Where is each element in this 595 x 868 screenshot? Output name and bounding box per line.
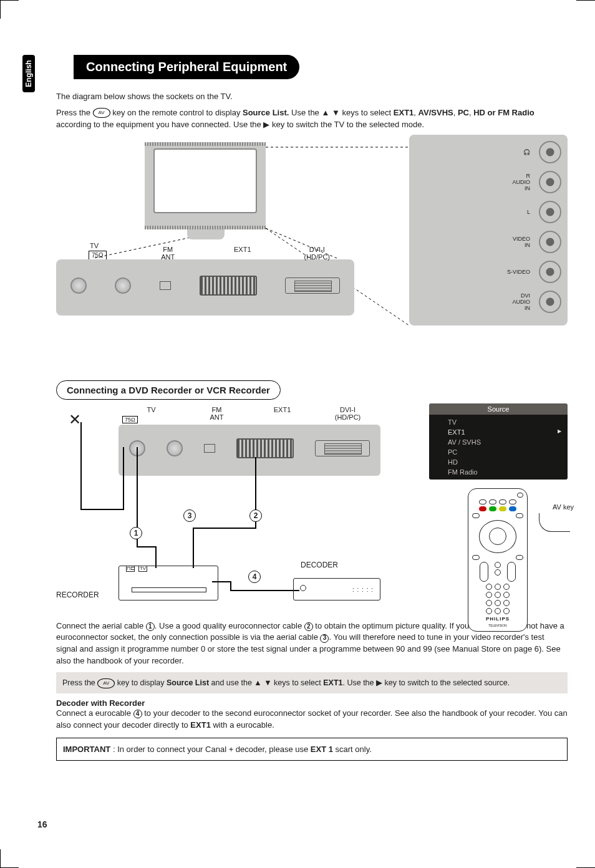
t: key to display bbox=[115, 678, 167, 687]
t: . Use the bbox=[343, 678, 377, 687]
callout-1: 1 bbox=[130, 527, 142, 539]
ext1-bold: EXT1 bbox=[323, 678, 342, 687]
pc-bold: PC bbox=[458, 108, 469, 117]
ext1-bold: EXT1 bbox=[394, 108, 414, 117]
hdfm-bold: HD or FM Radio bbox=[473, 108, 535, 117]
tv-75ohm-label2: 75Ω bbox=[122, 416, 138, 423]
decoder-paragraph: Connect a eurocable 4 to your decoder to… bbox=[56, 708, 568, 731]
ext1-scart-bold: EXT 1 bbox=[311, 745, 333, 754]
ext1-label: EXT1 bbox=[205, 246, 280, 261]
t: Press the bbox=[62, 678, 97, 687]
source-list-bold: Source List bbox=[167, 678, 209, 687]
t: with a eurocable. bbox=[211, 720, 274, 730]
num-btn-icon bbox=[486, 608, 492, 614]
dvi-socket-icon bbox=[315, 440, 370, 456]
num-btn-icon bbox=[486, 600, 492, 606]
language-tab: English bbox=[22, 55, 35, 92]
audio-l-jack-icon bbox=[539, 201, 561, 223]
num-btn-icon bbox=[495, 600, 501, 606]
t: keys to select bbox=[342, 108, 393, 117]
remote-logo: PHILIPS bbox=[486, 616, 510, 622]
source-item: FM Radio bbox=[429, 467, 568, 477]
dvi-label: DVI-I (HD/PC) bbox=[280, 246, 355, 261]
yellow-btn-icon bbox=[499, 506, 506, 511]
page-content: Connecting Peripheral Equipment The diag… bbox=[56, 55, 568, 761]
dvi-label2: DVI-I (HD/PC) bbox=[315, 406, 380, 421]
num-btn-icon bbox=[495, 584, 501, 590]
t: : In order to connect your Canal + decod… bbox=[110, 745, 311, 754]
remote-btn-icon bbox=[472, 555, 480, 560]
decoder-dots-icon: : : : : : bbox=[352, 586, 374, 593]
t: , bbox=[453, 108, 458, 117]
speaker-grill-icon bbox=[145, 142, 266, 146]
remote-btn-icon bbox=[495, 562, 501, 568]
decoder-box: : : : : : bbox=[293, 578, 380, 600]
side-panel: 🎧 RAUDIO IN L VIDEO IN S-VIDEO DVI AUDIO… bbox=[409, 135, 568, 326]
t: Use the bbox=[291, 108, 321, 117]
t: Connect the aerial cable bbox=[56, 621, 146, 630]
back-panel-2: TV FM ANT EXT1 DVI-I (HD/PC) 75Ω bbox=[119, 425, 380, 476]
mem-slot-icon bbox=[204, 444, 215, 453]
dvi-audio-jack-icon bbox=[539, 291, 561, 313]
right-arrow-icon: ▶ bbox=[263, 118, 269, 131]
num-btn-icon bbox=[495, 608, 501, 614]
source-menu-list: TVEXT1AV / SVHSPCHDFM Radio bbox=[429, 415, 568, 480]
audio-l-label: L bbox=[495, 209, 530, 215]
page-number: 16 bbox=[37, 819, 47, 829]
inline-callout-2: 2 bbox=[304, 622, 313, 631]
inline-callout-1: 1 bbox=[146, 622, 155, 631]
num-btn-icon bbox=[495, 592, 501, 598]
tv-ant-socket-icon bbox=[129, 440, 145, 456]
av-key-icon: AV bbox=[93, 108, 110, 118]
mem-slot-icon bbox=[160, 281, 171, 290]
right-arrow-icon: ▶ bbox=[376, 678, 382, 687]
ext1-bold: EXT1 bbox=[190, 720, 211, 730]
nav-ring-icon bbox=[479, 520, 516, 552]
tv-front-illustration bbox=[145, 142, 266, 229]
audio-in-label: AUDIO IN bbox=[512, 179, 530, 191]
back-panel-labels: FM ANT EXT1 DVI-I (HD/PC) bbox=[56, 246, 354, 261]
source-item: EXT1 bbox=[429, 427, 568, 437]
inline-callout-4: 4 bbox=[133, 710, 142, 718]
remote-btn-icon bbox=[516, 555, 523, 560]
ext1-label2: EXT1 bbox=[249, 406, 315, 421]
t: Press the bbox=[56, 108, 93, 117]
blue-btn-icon bbox=[509, 506, 516, 511]
language-label: English bbox=[24, 60, 33, 87]
tv-stand bbox=[187, 229, 225, 239]
red-btn-icon bbox=[479, 506, 486, 511]
recorder-label: RECORDER bbox=[56, 591, 99, 599]
remote-btn-icon bbox=[489, 499, 496, 504]
back-panel2-labels: TV FM ANT EXT1 DVI-I (HD/PC) bbox=[119, 406, 380, 421]
back-panel: FM ANT EXT1 DVI-I (HD/PC) bbox=[56, 259, 354, 316]
recorder-ports: ⊓⊏ TV bbox=[126, 566, 147, 572]
remote-btn-icon bbox=[499, 499, 506, 504]
source-item: AV / SVHS bbox=[429, 437, 568, 447]
t: key on the remote control to display bbox=[112, 108, 243, 117]
up-down-arrows-icon: ▲ ▼ bbox=[321, 107, 339, 119]
video-in-jack-icon bbox=[539, 231, 561, 253]
remote-btn-icon bbox=[495, 569, 501, 576]
avsvhs-bold: AV/SVHS bbox=[418, 108, 453, 117]
t: , bbox=[414, 108, 418, 117]
remote-control: PHILIPS TELEVISION bbox=[468, 488, 528, 632]
num-btn-icon bbox=[503, 608, 510, 614]
fm-ant-socket-icon bbox=[115, 277, 131, 294]
t: key to switch to the selected source. bbox=[382, 678, 510, 687]
tv-sockets-diagram: TV 75Ω FM ANT EXT1 DVI-I (HD/PC) 🎧 RAUDI… bbox=[56, 135, 568, 372]
section-title: Connecting Peripheral Equipment bbox=[74, 55, 299, 79]
t: . Use a good quality euroconnector cable bbox=[155, 621, 304, 630]
back-panel2-sockets bbox=[119, 438, 380, 458]
decoder-led-icon bbox=[300, 585, 306, 591]
remote-btn-icon bbox=[472, 513, 480, 518]
remote-btn-icon bbox=[516, 513, 523, 518]
callout-3: 3 bbox=[183, 509, 196, 522]
subsection-heading: Connecting a DVD Recorder or VCR Recorde… bbox=[56, 380, 281, 400]
hand-pointer-icon bbox=[539, 513, 570, 532]
num-btn-icon bbox=[486, 592, 492, 598]
audio-r-jack-icon bbox=[539, 171, 561, 193]
recorder-slot-icon bbox=[132, 587, 206, 592]
num-btn-icon bbox=[486, 584, 492, 590]
rec-tv-icon: TV bbox=[138, 566, 147, 572]
t: and use the bbox=[209, 678, 254, 687]
